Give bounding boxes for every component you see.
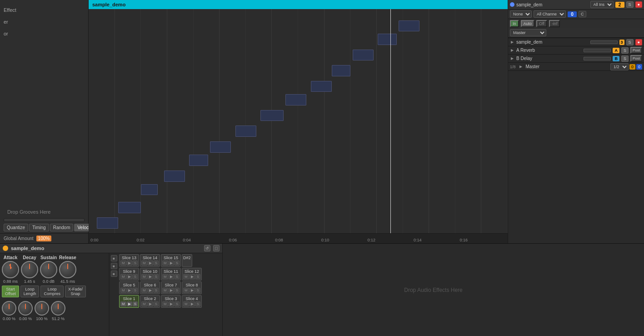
slice-4-m[interactable]: M xyxy=(183,301,189,306)
track-b-box[interactable]: B xyxy=(613,56,619,61)
in-button[interactable]: In xyxy=(510,20,519,27)
auto-button[interactable]: Auto xyxy=(521,20,535,27)
loop-compres-btn[interactable]: LoopCompres xyxy=(40,286,64,297)
slice-14-play[interactable]: ▶ xyxy=(148,261,153,266)
master-blue-box[interactable]: 0 xyxy=(636,64,642,70)
inf-button[interactable]: -inf xyxy=(549,20,560,27)
slice-14-m[interactable]: M xyxy=(141,261,147,266)
slice-4-play[interactable]: ▶ xyxy=(190,301,195,306)
slice-11-play[interactable]: ▶ xyxy=(169,274,174,279)
slice-15-s[interactable]: S xyxy=(175,261,180,266)
slice-9-play[interactable]: ▶ xyxy=(127,274,132,279)
s-btn-delay[interactable]: S xyxy=(621,55,629,62)
r-btn-sample[interactable]: ● xyxy=(635,39,642,45)
grid-tog-2[interactable]: ■ xyxy=(111,263,117,269)
track-fader-reverb[interactable] xyxy=(584,49,611,52)
slice-8-m[interactable]: M xyxy=(183,288,189,293)
slice-5-s[interactable]: S xyxy=(133,288,138,293)
k4-knob[interactable] xyxy=(51,301,65,316)
post-btn-delay[interactable]: Post xyxy=(630,55,642,62)
slice-2-play[interactable]: ▶ xyxy=(148,301,153,306)
sustain-knob[interactable] xyxy=(40,261,57,278)
slice-2-s[interactable]: S xyxy=(154,301,159,306)
slice-5-m[interactable]: M xyxy=(120,288,126,293)
s-btn-sample[interactable]: S xyxy=(626,39,634,45)
slice-1-m[interactable]: M xyxy=(120,301,126,306)
slice-2-m[interactable]: M xyxy=(141,301,147,306)
off-button[interactable]: Off xyxy=(536,20,547,27)
slice-12-play[interactable]: ▶ xyxy=(190,274,195,279)
slice-7-play[interactable]: ▶ xyxy=(169,288,174,293)
track-a-box[interactable]: A xyxy=(613,48,619,53)
slice-5-play[interactable]: ▶ xyxy=(127,288,132,293)
tab-timing[interactable]: Timing xyxy=(29,224,49,231)
s-btn-reverb[interactable]: S xyxy=(621,47,629,54)
slice-8-s[interactable]: S xyxy=(195,288,200,293)
slice-13-s[interactable]: S xyxy=(133,261,138,266)
slice-3-m[interactable]: M xyxy=(162,301,168,306)
grid-tog-1[interactable]: ■ xyxy=(111,255,117,261)
slice-14-s[interactable]: S xyxy=(154,261,159,266)
slice-7-s[interactable]: S xyxy=(175,288,180,293)
none-dropdown[interactable]: None xyxy=(510,10,532,18)
track-vol-sample[interactable]: 3 xyxy=(619,40,624,45)
slice-6-s[interactable]: S xyxy=(154,288,159,293)
release-knob[interactable] xyxy=(59,261,76,278)
slice-11-m[interactable]: M xyxy=(162,274,168,279)
play-icon-sample[interactable]: ▶ xyxy=(510,40,514,45)
master-zero-box[interactable]: 0 xyxy=(629,64,635,70)
slice-9-s[interactable]: S xyxy=(133,274,138,279)
slice-9-m[interactable]: M xyxy=(120,274,126,279)
slice-6-play[interactable]: ▶ xyxy=(148,288,153,293)
s-button-1[interactable]: S xyxy=(626,1,634,8)
horizontal-scrollbar[interactable] xyxy=(4,218,85,222)
slice-10-play[interactable]: ▶ xyxy=(148,274,153,279)
slice-1-s[interactable]: S xyxy=(133,301,138,306)
xfade-snap-btn[interactable]: X-Fade/Snap xyxy=(65,286,86,297)
reload-icon[interactable]: ↺ xyxy=(204,245,210,251)
slice-12-m[interactable]: M xyxy=(183,274,189,279)
master-frac-dropdown[interactable]: 1/2 xyxy=(610,63,629,70)
r-button-1[interactable]: ● xyxy=(635,1,642,8)
channel-num-box[interactable]: 0 xyxy=(568,11,577,17)
c-button[interactable]: C xyxy=(579,11,586,17)
play-icon-delay[interactable]: ▶ xyxy=(510,56,514,61)
decay-knob[interactable] xyxy=(21,261,38,278)
play-icon-master[interactable]: ▶ xyxy=(519,65,523,69)
track-num-box[interactable]: 2 xyxy=(615,2,624,8)
attack-knob[interactable] xyxy=(2,261,19,278)
slice-13-play[interactable]: ▶ xyxy=(127,261,132,266)
slice-7-m[interactable]: M xyxy=(162,288,168,293)
k3-knob[interactable] xyxy=(35,301,49,316)
start-offset-btn[interactable]: StartOffset xyxy=(2,286,19,297)
track-fader-sample[interactable] xyxy=(590,40,618,44)
slice-12-s[interactable]: S xyxy=(195,274,200,279)
k1-knob[interactable] xyxy=(2,301,16,316)
slice-3-play[interactable]: ▶ xyxy=(169,301,174,306)
master-dropdown[interactable]: Master xyxy=(510,29,546,36)
slice-6-m[interactable]: M xyxy=(141,288,147,293)
slice-13-m[interactable]: M xyxy=(120,261,126,266)
track-fader-delay[interactable] xyxy=(584,57,611,60)
slice-10-m[interactable]: M xyxy=(141,274,147,279)
channel-dropdown[interactable]: All Channe xyxy=(534,10,566,18)
tab-quantize[interactable]: Quantize xyxy=(4,224,28,231)
grid-tog-3[interactable]: ■ xyxy=(111,271,117,277)
post-btn-reverb[interactable]: Post xyxy=(630,47,642,54)
tab-random[interactable]: Random xyxy=(50,224,74,231)
slice-15-m[interactable]: M xyxy=(162,261,168,266)
loop-length-btn[interactable]: LoopLength xyxy=(20,286,40,297)
slice-15-play[interactable]: ▶ xyxy=(169,261,174,266)
save-icon[interactable]: □ xyxy=(213,245,220,251)
midi-canvas[interactable] xyxy=(89,9,508,233)
global-amount-value[interactable]: 100% xyxy=(36,236,52,241)
slice-3-s[interactable]: S xyxy=(175,301,180,306)
slice-1-play[interactable]: ▶ xyxy=(127,301,132,306)
play-icon-reverb[interactable]: ▶ xyxy=(510,48,514,53)
input-dropdown[interactable]: All Ins xyxy=(590,1,614,8)
slice-11-s[interactable]: S xyxy=(175,274,180,279)
slice-10-s[interactable]: S xyxy=(154,274,159,279)
slice-8-play[interactable]: ▶ xyxy=(190,288,195,293)
k2-knob[interactable] xyxy=(18,301,33,316)
slice-4-s[interactable]: S xyxy=(195,301,200,306)
